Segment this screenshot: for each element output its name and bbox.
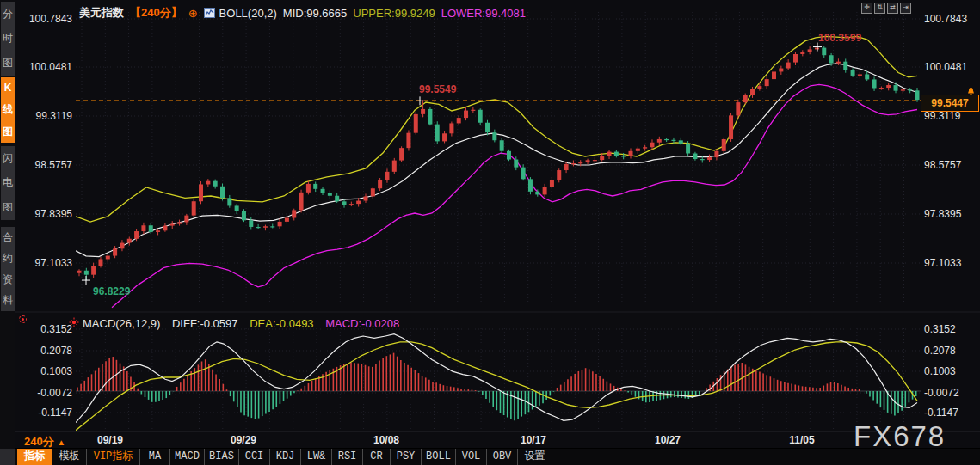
toolbar-item-MACD[interactable]: MACD	[169, 449, 204, 465]
price-tick-axis-left-0: 100.7843	[24, 13, 72, 25]
date-label-11/05: 11/05	[789, 434, 814, 446]
price-tick-axis-left-3: 98.5757	[24, 159, 72, 171]
toolbar-item-CCI[interactable]: CCI	[238, 449, 269, 465]
macd-diff-value: DIFF:-0.0597	[172, 317, 238, 330]
pan-icon[interactable]: ✛	[861, 3, 872, 14]
instrument-header: 美元指数 【240分】 ⊕ BOLL(20,2) MID:99.6665 UPP…	[79, 6, 532, 20]
toolbar-corner	[0, 449, 15, 465]
price-tick-axis-right-1: 100.0481	[924, 61, 977, 73]
sidebar-item-2[interactable]: K线图	[1, 77, 15, 143]
date-label-10/17: 10/17	[521, 434, 546, 446]
toolbar-item-设置[interactable]: 设置	[517, 449, 552, 465]
macd-name: MACD(26,12,9)	[83, 317, 160, 330]
price-tick-axis-right-4: 97.8395	[924, 208, 977, 220]
macd-tick-axis-left-0: 0.3152	[24, 323, 72, 335]
symbol-name: 美元指数	[79, 5, 124, 21]
toolbar-item-RSI[interactable]: RSI	[331, 449, 362, 465]
price-tick-axis-right-0: 100.7843	[924, 13, 977, 25]
boll-lower-value: LOWER:99.4081	[441, 7, 526, 20]
toolbar-item-VOL[interactable]: VOL	[455, 449, 486, 465]
fit-width-icon[interactable]: ⇄	[887, 3, 898, 14]
toolbar-item-BOLL[interactable]: BOLL	[421, 449, 455, 465]
macd-tick-axis-right-4: -0.1147	[924, 407, 977, 419]
toolbar-item-OBV[interactable]: OBV	[486, 449, 517, 465]
swing-low-annotation: 96.8229	[93, 285, 130, 297]
toolbar-item-BIAS[interactable]: BIAS	[204, 449, 238, 465]
toolbar-item-指标[interactable]: 指标	[17, 449, 52, 465]
period-label[interactable]: 【240分】	[130, 5, 182, 21]
price-tick-axis-left-5: 97.1033	[24, 257, 72, 269]
peak-high-annotation: 100.3599	[818, 32, 861, 44]
sidebar-item-3[interactable]: 闪电图	[1, 146, 15, 220]
macd-tick-axis-left-2: 0.1003	[24, 365, 72, 377]
date-label-10/08: 10/08	[373, 434, 399, 446]
window-controls: ✛⇅⇄⇥	[861, 3, 911, 14]
macd-tick-axis-right-3: -0.0072	[924, 387, 977, 399]
toolbar-item-CR[interactable]: CR	[362, 449, 390, 465]
toolbar-item-KDJ[interactable]: KDJ	[269, 449, 300, 465]
chevron-up-icon: ▲	[57, 437, 65, 447]
macd-tick-axis-right-1: 0.2078	[924, 345, 977, 357]
toolbar-item-模板[interactable]: 模板	[52, 449, 86, 465]
toolbar-item-MA[interactable]: MA	[139, 449, 169, 465]
fit-height-icon[interactable]: ⇅	[874, 3, 885, 14]
shift-pane-icon[interactable]: ⇥	[900, 3, 911, 14]
macd-tick-axis-right-2: 0.1003	[924, 365, 977, 377]
chart-application: 分时图K线图闪电图合约资料 美元指数 【240分】 ⊕ BOLL(20,2) M…	[0, 0, 980, 465]
price-tick-axis-left-4: 97.8395	[24, 208, 72, 220]
chart-thumbnail-icon	[204, 8, 215, 18]
price-tick-axis-left-2: 99.3119	[24, 110, 72, 122]
price-tick-axis-right-2: 99.3119	[924, 110, 977, 122]
boll-mid-value: MID:99.6665	[283, 7, 347, 20]
macd-header: MACD(26,12,9) DIFF:-0.0597 DEA:-0.0493 M…	[83, 317, 408, 330]
macd-macd-value: MACD:-0.0208	[325, 317, 399, 330]
price-tick-axis-right-3: 98.5757	[924, 159, 977, 171]
macd-tick-axis-right-0: 0.3152	[924, 323, 977, 335]
alert-dot-icon	[19, 315, 27, 323]
swing-high-annotation: 99.5549	[419, 83, 456, 95]
date-label-09/29: 09/29	[231, 434, 256, 446]
main-chart-canvas[interactable]	[0, 0, 980, 465]
chart-type-sidebar: 分时图K线图闪电图合约资料	[0, 0, 15, 465]
macd-tick-axis-left-3: -0.0072	[24, 387, 72, 399]
period-selector[interactable]: 240分 ▲	[24, 434, 65, 450]
toolbar-item-PSY[interactable]: PSY	[390, 449, 421, 465]
price-tick-axis-right-5: 97.1033	[924, 257, 977, 269]
time-axis: 240分 ▲ 09/1909/2910/0810/1710/2711/05	[0, 432, 980, 448]
add-indicator-icon[interactable]: ⊕	[188, 7, 198, 20]
sidebar-item-1[interactable]: 分时图	[1, 2, 15, 76]
indicator-toolbar: 指标模板VIP指标MAMACDBIASCCIKDJLW&RSICRPSYBOLL…	[15, 449, 980, 465]
toolbar-item-VIP指标[interactable]: VIP指标	[86, 449, 139, 465]
macd-tick-axis-left-4: -0.1147	[24, 407, 72, 419]
sidebar-item-4[interactable]: 合约资料	[1, 227, 15, 311]
date-label-10/27: 10/27	[655, 434, 681, 446]
price-tick-axis-left-1: 100.0481	[24, 61, 72, 73]
toolbar-item-LW&[interactable]: LW&	[300, 449, 331, 465]
date-label-09/19: 09/19	[97, 434, 123, 446]
macd-tick-axis-left-1: 0.2078	[24, 345, 72, 357]
boll-upper-value: UPPER:99.9249	[353, 7, 435, 20]
boll-label: BOLL(20,2)	[219, 7, 277, 20]
macd-dea-value: DEA:-0.0493	[250, 317, 313, 330]
price-alert-bell-icon[interactable]	[966, 84, 976, 100]
